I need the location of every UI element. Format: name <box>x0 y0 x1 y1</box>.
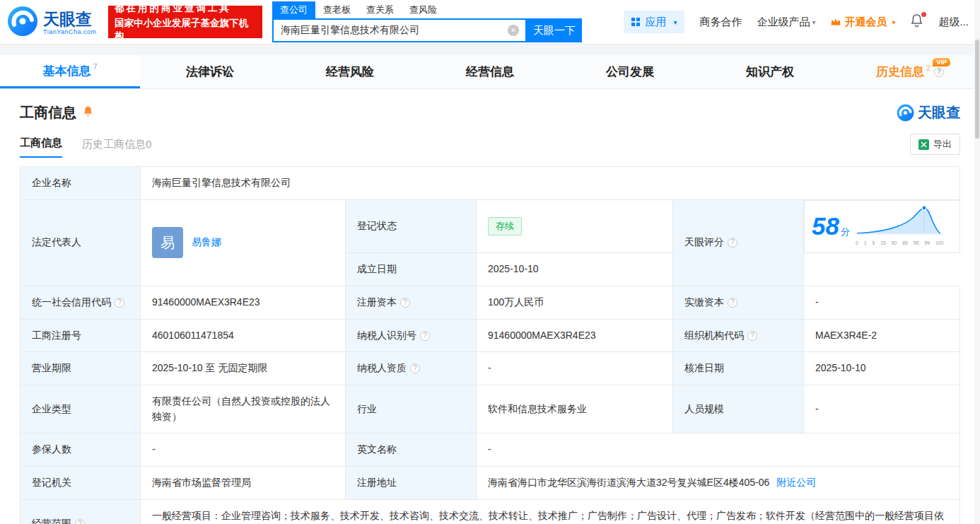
nearby-companies-link[interactable]: 附近公司 <box>776 477 816 488</box>
tianyancha-watermark-icon <box>897 104 914 122</box>
company-type: 有限责任公司（自然人投资或控股的法人独资） <box>152 395 330 422</box>
table-row: 登记机关 海南省市场监督管理局 注册地址 海南省海口市龙华区滨海街道滨海大道32… <box>21 467 960 500</box>
field-label: 经营范围 <box>32 518 71 524</box>
export-label: 导出 <box>933 138 952 151</box>
organization-code: MAEX3R4E-2 <box>815 330 877 341</box>
business-term: 2025-10-10 至 无固定期限 <box>152 362 267 373</box>
tab-company-development[interactable]: 公司发展 <box>560 55 700 88</box>
status-badge: 存续 <box>488 217 522 235</box>
apps-grid-icon <box>631 18 640 26</box>
search-tab-relation[interactable]: 查关系 <box>358 1 402 18</box>
search-tab-risk[interactable]: 查风险 <box>402 1 445 18</box>
scrollbar-thumb[interactable] <box>975 40 979 139</box>
apps-menu[interactable]: 应用 ▾ <box>624 11 684 33</box>
help-icon: ? <box>115 298 124 308</box>
user-menu[interactable]: 超级... <box>938 16 969 29</box>
field-label: 登记状态 <box>357 220 397 231</box>
help-icon: ? <box>747 331 757 341</box>
help-icon: ? <box>410 363 420 373</box>
business-scope: 一般经营项目：企业管理咨询；技术服务、技术开发、技术咨询、技术交流、技术转让、技… <box>152 510 944 524</box>
chevron-down-icon: ▾ <box>892 18 895 26</box>
link-enterprise-product[interactable]: 企业级产品 ▾ <box>757 16 815 29</box>
subtab-business-info[interactable]: 工商信息 <box>20 136 62 158</box>
tab-operation-risk[interactable]: 经营风险 <box>280 55 420 88</box>
table-row: 经营范围? 一般经营项目：企业管理咨询；技术服务、技术开发、技术咨询、技术交流、… <box>21 499 960 524</box>
score-distribution-chart: 0151550859599100 <box>856 205 943 248</box>
tab-intellectual-property[interactable]: 知识产权 <box>700 55 840 88</box>
search-tab-boss[interactable]: 查老板 <box>315 1 358 18</box>
table-row: 法定代表人 易 易鲁娜 登记状态 存续 天眼评分? 58分 <box>21 199 960 253</box>
scrollbar[interactable] <box>974 0 980 524</box>
field-label: 法定代表人 <box>32 236 81 248</box>
search-button[interactable]: 天眼一下 <box>527 18 582 42</box>
subscribe-bell-icon[interactable] <box>82 105 94 120</box>
tab-label: 经营信息 <box>466 64 514 80</box>
approval-date: 2025-10-10 <box>815 362 866 373</box>
join-vip-button[interactable]: 开通会员 ▾ <box>830 16 895 29</box>
legal-rep-link[interactable]: 易鲁娜 <box>192 235 221 250</box>
search-input[interactable] <box>274 25 496 36</box>
chevron-down-icon: ▾ <box>812 18 815 26</box>
tianyancha-logo[interactable]: 天眼查 TianYanCha.com <box>7 6 97 40</box>
field-label: 参保人数 <box>32 443 71 455</box>
field-label: 成立日期 <box>357 263 397 274</box>
notification-dot <box>921 12 926 17</box>
crown-icon <box>830 16 841 28</box>
link-business-coop[interactable]: 商务合作 <box>699 16 742 29</box>
tab-operation-info[interactable]: 经营信息 <box>420 55 560 88</box>
field-label: 注册地址 <box>357 477 397 488</box>
score-chart-ticks: 0151550859599100 <box>856 240 943 248</box>
tab-basic-info[interactable]: 基本信息 7 <box>0 55 140 88</box>
registered-capital: 100万人民币 <box>488 296 544 308</box>
search-box: ✕ <box>272 18 527 42</box>
insured-count: - <box>152 443 156 455</box>
page-band <box>0 44 980 55</box>
establish-date: 2025-10-10 <box>488 263 539 274</box>
field-label: 组织机构代码 <box>684 330 744 341</box>
field-label: 人员规模 <box>684 403 724 414</box>
header-right: 应用 ▾ 商务合作 企业级产品 ▾ 开通会员 ▾ 超级... <box>624 0 969 44</box>
search-tab-company[interactable]: 查公司 <box>272 1 315 18</box>
table-row: 工商注册号 460106011471854 纳税人识别号? 91460000MA… <box>21 319 960 352</box>
join-vip-label: 开通会员 <box>844 16 887 29</box>
help-icon: ? <box>420 331 430 341</box>
help-icon: ? <box>75 519 85 524</box>
tab-label: 基本信息 <box>42 63 91 79</box>
search-tabs: 查公司 查老板 查关系 查风险 <box>272 1 582 18</box>
table-row: 企业名称 海南巨量引擎信息技术有限公司 <box>21 167 960 200</box>
notifications-bell[interactable] <box>910 13 923 30</box>
clear-search-icon[interactable]: ✕ <box>508 25 519 36</box>
tab-legal-litigation[interactable]: 法律诉讼 <box>140 55 280 88</box>
subtab-history-business-info[interactable]: 历史工商信息0 <box>82 138 151 158</box>
credit-code: 91460000MAEX3R4E23 <box>152 296 260 308</box>
help-icon: ? <box>934 67 944 77</box>
taxpayer-quality: - <box>488 362 491 373</box>
enterprise-product-label: 企业级产品 <box>757 16 810 29</box>
tab-history-info[interactable]: VIP 历史信息 2 ? <box>840 55 980 88</box>
field-label: 核准日期 <box>684 362 724 373</box>
business-info-table: 企业名称 海南巨量引擎信息技术有限公司 法定代表人 易 易鲁娜 登记状态 存续 … <box>20 166 960 524</box>
field-label: 纳税人识别号 <box>357 330 416 341</box>
top-header: 天眼查 TianYanCha.com 都在用的商业查询工具 国家中小企业发展子基… <box>0 0 980 44</box>
tab-count: 2 <box>926 64 931 72</box>
export-button[interactable]: 导出 <box>910 134 960 155</box>
field-label: 企业名称 <box>32 177 71 188</box>
tab-label: 知识产权 <box>746 64 794 80</box>
field-label: 统一社会信用代码 <box>32 296 111 308</box>
table-row: 营业期限 2025-10-10 至 无固定期限 纳税人资质? - 核准日期 20… <box>21 352 960 385</box>
field-label: 注册资本 <box>357 296 397 308</box>
company-nav-tabs: 基本信息 7 法律诉讼 经营风险 经营信息 公司发展 知识产权 VIP 历史信息… <box>0 55 980 89</box>
vip-badge: VIP <box>933 58 950 66</box>
field-label: 工商注册号 <box>32 330 81 341</box>
field-label: 行业 <box>357 403 377 414</box>
company-name: 海南巨量引擎信息技术有限公司 <box>152 177 291 188</box>
registration-authority: 海南省市场监督管理局 <box>152 477 251 488</box>
staff-size: - <box>815 403 819 414</box>
excel-icon <box>918 139 929 150</box>
score-unit: 分 <box>841 226 850 237</box>
tab-label: 公司发展 <box>606 64 654 80</box>
table-row: 统一社会信用代码? 91460000MAEX3R4E23 注册资本? 100万人… <box>21 286 960 319</box>
promo-line2: 国家中小企业发展子基金旗下机构 <box>115 17 256 42</box>
tab-label: 经营风险 <box>326 64 374 80</box>
registration-number: 460106011471854 <box>152 330 234 341</box>
